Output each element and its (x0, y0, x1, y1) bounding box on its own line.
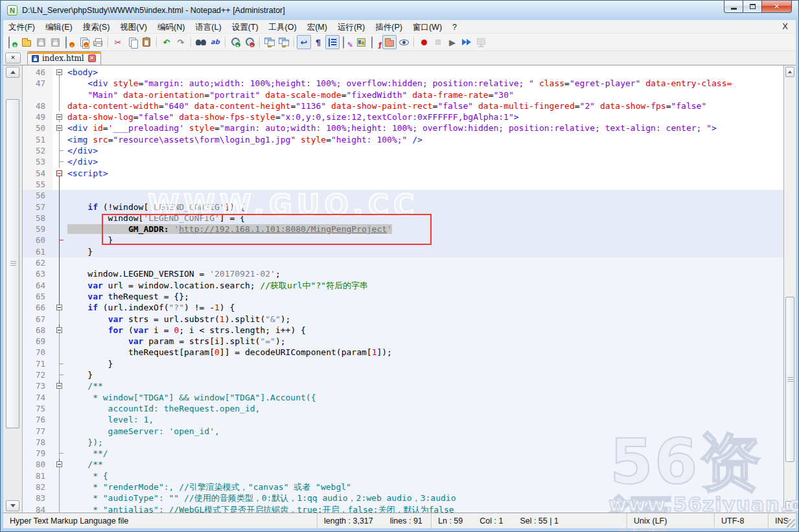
menu-item[interactable]: 编辑(E) (40, 21, 78, 34)
line-number[interactable]: 63 (23, 268, 52, 279)
line-number[interactable]: 75 (23, 403, 52, 414)
open-file-icon[interactable] (19, 35, 34, 49)
line-number[interactable] (23, 89, 52, 100)
line-number[interactable]: 64 (23, 280, 52, 291)
line-number[interactable]: 65 (23, 291, 52, 302)
menu-item[interactable]: 工具(O) (264, 21, 302, 34)
close-file-icon[interactable]: - (62, 35, 76, 49)
line-number[interactable]: 67 (23, 314, 52, 325)
line-number[interactable]: 61 (23, 246, 52, 257)
line-number[interactable]: 74 (23, 392, 52, 403)
line-number[interactable]: 80 (23, 459, 52, 470)
show-indent-guide-icon[interactable] (325, 35, 340, 49)
find-icon[interactable] (194, 35, 208, 49)
line-number[interactable]: 84 (23, 504, 52, 513)
title-bar[interactable]: D:\LN_Server\phpStudy\WWW\h5\index.html … (1, 1, 798, 19)
scrollbar-thumb[interactable] (785, 297, 794, 462)
status-eol-format[interactable]: Unix (LF) (627, 513, 714, 528)
line-number[interactable]: 47 (23, 78, 52, 89)
line-number[interactable]: 82 (23, 481, 52, 492)
left-panel-scrollbar[interactable] (3, 65, 23, 513)
scroll-down-button[interactable] (6, 500, 19, 511)
line-number[interactable]: 59 (23, 224, 52, 235)
menu-item[interactable]: 设置(T) (227, 21, 264, 34)
line-number[interactable]: 83 (23, 492, 52, 503)
redo-icon[interactable]: ↷ (174, 35, 188, 49)
macro-run-multiple-icon[interactable] (459, 35, 474, 49)
line-number[interactable]: 72 (23, 369, 52, 380)
line-number[interactable]: 71 (23, 358, 52, 369)
close-all-icon[interactable]: - (76, 35, 91, 49)
replace-icon[interactable]: ab (208, 35, 222, 49)
line-number[interactable]: 54 (23, 168, 52, 179)
new-file-icon[interactable]: + (5, 35, 19, 49)
code-editor[interactable]: 46<body>47 <div style="margin: auto;widt… (23, 65, 783, 513)
line-number[interactable]: 55 (23, 179, 52, 190)
fold-toggle[interactable] (52, 111, 67, 122)
line-number[interactable]: 78 (23, 437, 52, 448)
status-encoding[interactable]: UTF-8 (714, 513, 768, 528)
line-number[interactable]: 69 (23, 336, 52, 347)
word-wrap-icon[interactable]: ↩ (297, 35, 311, 49)
menu-item[interactable]: 宏(M) (302, 21, 332, 34)
tab-close-icon[interactable]: ✕ (88, 54, 96, 62)
line-number[interactable]: 53 (23, 156, 52, 167)
menu-item[interactable]: 窗口(W) (408, 21, 447, 34)
sync-horizontal-scroll-icon[interactable] (277, 35, 291, 49)
user-defined-language-icon[interactable]: ✎ (340, 35, 354, 49)
line-number[interactable]: 81 (23, 470, 52, 481)
document-map-icon[interactable] (354, 35, 368, 49)
menu-item[interactable]: ? (447, 21, 462, 34)
cut-icon[interactable]: ✂ (111, 35, 125, 49)
show-all-characters-icon[interactable]: ¶ (311, 35, 325, 49)
fold-toggle[interactable] (52, 325, 67, 336)
zoom-in-icon[interactable]: + (228, 35, 242, 49)
menu-item[interactable]: 语言(L) (190, 21, 226, 34)
line-number[interactable]: 66 (23, 302, 52, 313)
scroll-down-button[interactable] (785, 501, 794, 511)
line-number[interactable]: 60 (23, 235, 52, 246)
menu-item[interactable]: 视图(V) (115, 21, 152, 34)
maximize-button[interactable] (743, 1, 762, 13)
minimize-button[interactable] (724, 1, 743, 13)
line-number[interactable]: 62 (23, 257, 52, 268)
line-number[interactable]: 48 (23, 100, 52, 111)
folder-as-workspace-icon[interactable] (382, 35, 397, 49)
monitoring-eye-icon[interactable] (397, 35, 411, 49)
close-button[interactable]: ✕ (762, 1, 792, 13)
scroll-up-button[interactable] (6, 67, 19, 78)
undo-icon[interactable]: ↶ (159, 35, 174, 49)
close-document-x-button[interactable]: X (782, 21, 788, 31)
line-number[interactable]: 68 (23, 325, 52, 336)
line-number[interactable]: 76 (23, 414, 52, 425)
print-icon[interactable] (91, 35, 105, 49)
fold-toggle[interactable] (52, 122, 67, 133)
line-number[interactable]: 70 (23, 347, 52, 358)
menu-item[interactable]: 文件(F) (3, 21, 40, 34)
paste-icon[interactable] (139, 35, 154, 49)
fold-toggle[interactable] (52, 302, 67, 313)
line-number[interactable]: 73 (23, 380, 52, 391)
scrollbar-thumb[interactable] (6, 99, 19, 428)
line-number[interactable]: 79 (23, 448, 52, 459)
line-number[interactable]: 49 (23, 111, 52, 122)
line-number[interactable]: 50 (23, 122, 52, 133)
fold-toggle[interactable] (52, 380, 67, 391)
line-number[interactable]: 51 (23, 134, 52, 145)
line-number[interactable]: 56 (23, 190, 52, 201)
zoom-out-icon[interactable]: - (242, 35, 257, 49)
line-number[interactable]: 46 (23, 67, 52, 78)
menu-item[interactable]: 编码(N) (152, 21, 190, 34)
fold-toggle[interactable] (52, 459, 67, 470)
fold-toggle[interactable] (52, 168, 67, 179)
sync-vertical-scroll-icon[interactable] (262, 35, 277, 49)
menu-item[interactable]: 运行(R) (332, 21, 370, 34)
function-list-icon[interactable]: ƒ (368, 35, 382, 49)
menu-item[interactable]: 插件(P) (370, 21, 408, 34)
line-number[interactable]: 52 (23, 145, 52, 156)
panel-close-button[interactable]: ✕ (5, 52, 21, 64)
fold-toggle[interactable] (52, 67, 67, 78)
line-number[interactable]: 77 (23, 426, 52, 437)
copy-icon[interactable] (125, 35, 139, 49)
menu-item[interactable]: 搜索(S) (78, 21, 115, 34)
